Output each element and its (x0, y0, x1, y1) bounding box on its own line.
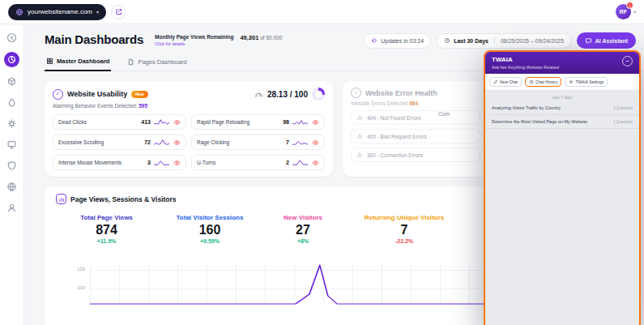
y-axis-tick: 120 (69, 267, 85, 272)
globe-icon (15, 8, 23, 16)
warning-icon (356, 152, 363, 158)
tab-twaia-settings[interactable]: TWAIA Settings (565, 77, 608, 87)
history-clock-icon (529, 79, 534, 84)
card-title: Website Usability (67, 90, 127, 98)
warning-icon (356, 114, 363, 121)
sidebar-item-domains[interactable] (5, 180, 19, 194)
panel-tabs: New Chat Chat History TWAIA Settings (485, 74, 639, 91)
sparkline (292, 118, 309, 126)
tab-master-dashboard[interactable]: Master Dashboard (45, 55, 111, 71)
sidebar-item-security[interactable] (5, 159, 19, 173)
tab-label: Chat History (535, 79, 558, 84)
website-usability-card: ✓ Website Usability New 28.13 / 100 Alar… (45, 81, 333, 177)
panel-header: TWAIA Ask her Anything Website Related − (485, 52, 639, 74)
sidebar-item-integrations[interactable] (5, 117, 19, 130)
sidebar (0, 24, 24, 325)
chevron-down-icon: ▾ (96, 9, 99, 15)
card-title: Website Error Health (365, 89, 437, 97)
tab-new-chat[interactable]: New Chat (489, 77, 522, 87)
chat-history-body: Last 7 days Analyzing Visitor Traffic by… (485, 91, 639, 325)
history-item-count: 3 Questions (613, 106, 633, 110)
history-item[interactable]: Determine the Most Visited Page on My We… (485, 115, 639, 129)
tab-pages-dashboard[interactable]: Pages Dashboard (126, 55, 188, 71)
user-icon (6, 203, 17, 213)
row-label: 400 - Bad Request Errors (367, 134, 427, 139)
eye-icon[interactable] (173, 119, 181, 126)
metric-change: +9.59% (157, 238, 262, 244)
quota-block: Monthly Page Views Remaining Click for d… (155, 34, 282, 46)
row-label: Dead Clicks (58, 119, 138, 125)
sidebar-item-packages[interactable] (5, 75, 19, 88)
usability-row: Rage Clicking 7 (191, 135, 325, 150)
usability-row: Rapid Page Reloading 98 (191, 114, 325, 130)
history-item-title: Analyzing Visitor Traffic by Country (492, 105, 561, 110)
twaia-chat-panel: TWAIA Ask her Anything Website Related −… (484, 50, 641, 325)
history-item-count: 1 Questions (613, 120, 633, 124)
history-item[interactable]: Analyzing Visitor Traffic by Country 3 Q… (485, 101, 639, 115)
y-axis-tick: 100 (69, 285, 85, 290)
metric-total-visitor-sessions: Total Visitor Sessions 160 +9.59% (157, 214, 262, 244)
row-label: Rapid Page Reloading (197, 119, 279, 125)
sidebar-item-dashboards[interactable] (4, 52, 19, 67)
ai-assistant-button[interactable]: AI Assistant (577, 32, 636, 49)
date-range-picker[interactable]: Last 30 Days 08/25/2025 – 09/24/2025 (437, 33, 571, 49)
topbar: yourwebsitename.com ▾ RF 1 ▾ (0, 0, 644, 24)
metric-label: Returning Unique Visitors (343, 214, 465, 221)
monitor-icon (6, 139, 17, 150)
minimize-panel-button[interactable]: − (622, 56, 633, 66)
eye-icon[interactable] (312, 119, 319, 126)
usability-score: 28.13 / 100 (254, 88, 325, 100)
eye-icon[interactable] (173, 139, 181, 146)
updates-pill[interactable]: Updates in 03:24 (364, 33, 431, 49)
errors-value: 864 (410, 100, 419, 106)
cube-icon (6, 76, 17, 87)
chevron-left-circle-icon (6, 32, 17, 43)
row-value: 7 (286, 139, 289, 145)
sparkline (154, 139, 170, 146)
sparkline (292, 139, 309, 146)
warning-icon (356, 133, 363, 139)
tab-label: TWAIA Settings (575, 79, 603, 84)
sidebar-item-account[interactable] (5, 201, 19, 215)
metric-value: 874 (56, 223, 157, 237)
quota-details-link[interactable]: Click for details (155, 41, 233, 46)
metric-value: 27 (262, 223, 343, 237)
errors-label: Website Errors Detected (351, 100, 408, 106)
collapse-sidebar-button[interactable] (5, 31, 19, 45)
sidebar-item-sessions[interactable] (5, 138, 19, 152)
score-value: 28.13 / 100 (267, 90, 308, 99)
metric-value: 160 (157, 223, 262, 237)
error-health-icon: ! (351, 88, 361, 98)
page-title: Main Dashboards (45, 32, 143, 46)
eye-icon[interactable] (173, 160, 181, 166)
droplet-icon (6, 97, 17, 108)
refresh-icon (371, 37, 377, 44)
sparkline (292, 159, 309, 166)
error-row: 400 - Bad Request Errors (351, 129, 480, 143)
usability-grid: Dead Clicks 413 Rapid Page Reloading 98 … (53, 114, 325, 170)
row-value: 2 (286, 160, 289, 165)
row-label: 404 - Not Found Errors (367, 115, 420, 121)
events-detected: Alarming Behavior Events Detected: 595 (53, 103, 325, 109)
grid-icon (46, 58, 53, 65)
new-badge: New (131, 91, 147, 98)
site-selector[interactable]: yourwebsitename.com ▾ (8, 4, 106, 20)
usability-icon: ✓ (53, 89, 63, 100)
row-value: 413 (141, 119, 151, 125)
metric-change: +8% (262, 238, 343, 244)
file-icon (127, 58, 134, 66)
error-row: 302 - Connection Errors (351, 148, 480, 162)
row-label: Intense Mouse Movements (58, 160, 144, 165)
usability-row: Dead Clicks 413 (53, 114, 186, 130)
eye-icon[interactable] (312, 160, 319, 166)
sparkline (154, 118, 170, 126)
ai-assistant-label: AI Assistant (595, 38, 628, 44)
site-domain: yourwebsitename.com (28, 8, 92, 15)
open-site-button[interactable] (111, 5, 126, 19)
metric-total-page-views: Total Page Views 874 +11.9% (56, 214, 157, 244)
sidebar-item-heatmaps[interactable] (5, 96, 19, 109)
eye-icon[interactable] (312, 139, 319, 146)
notification-badge: 1 (626, 2, 633, 9)
tab-chat-history[interactable]: Chat History (525, 77, 562, 87)
user-menu[interactable]: RF 1 ▾ (616, 4, 636, 19)
